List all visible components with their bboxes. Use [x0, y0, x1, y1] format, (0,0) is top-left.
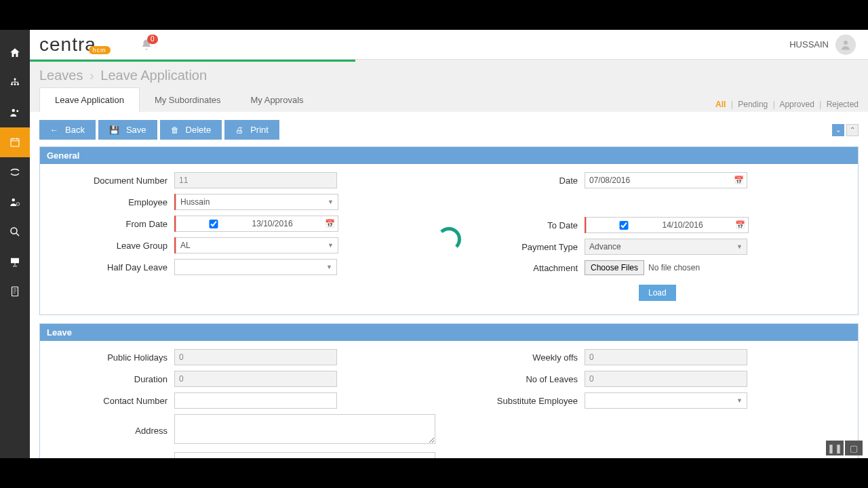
- employee-select[interactable]: Hussain▼: [176, 194, 338, 210]
- breadcrumb-root[interactable]: Leaves: [39, 68, 83, 83]
- leave-group-select[interactable]: AL▼: [176, 237, 338, 253]
- svg-rect-6: [11, 139, 19, 146]
- content-area: ←Back 💾Save 🗑Delete 🖨Print ⌄ ⌃ General D…: [39, 112, 859, 458]
- nav-leaves[interactable]: [0, 127, 30, 157]
- breadcrumb-page: Leave Application: [100, 68, 207, 83]
- public-holidays-input: [174, 349, 337, 365]
- to-date-label: To Date: [462, 220, 585, 230]
- back-button[interactable]: ←Back: [39, 120, 96, 140]
- payment-type-label: Payment Type: [462, 242, 585, 252]
- reason-textarea[interactable]: [174, 452, 435, 458]
- employee-label: Employee: [52, 197, 174, 207]
- logo-sub: hcm: [89, 46, 111, 54]
- arrow-left-icon: ←: [50, 125, 58, 135]
- from-date-input[interactable]: 📅: [176, 216, 338, 232]
- filter-pending[interactable]: Pending: [738, 100, 768, 109]
- weekly-offs-label: Weekly offs: [462, 352, 585, 363]
- contact-input[interactable]: [174, 392, 337, 409]
- calendar-icon[interactable]: 📅: [325, 219, 335, 228]
- trash-icon: 🗑: [171, 125, 179, 135]
- substitute-select[interactable]: ▼: [585, 392, 747, 409]
- caret-down-icon: ▼: [736, 397, 743, 404]
- tab-my-approvals[interactable]: My Approvals: [235, 88, 318, 112]
- no-of-leaves-label: No of Leaves: [462, 374, 585, 384]
- filter-approved[interactable]: Approved: [779, 100, 814, 109]
- nav-home[interactable]: [0, 38, 30, 68]
- caret-down-icon: ▼: [326, 264, 332, 270]
- pause-button[interactable]: ❚❚: [826, 441, 844, 455]
- public-holidays-label: Public Holidays: [52, 352, 174, 363]
- left-nav: [0, 30, 30, 458]
- substitute-label: Substitute Employee: [462, 396, 585, 406]
- user-icon: [840, 39, 852, 51]
- svg-point-0: [14, 78, 16, 80]
- tab-leave-application[interactable]: Leave Application: [39, 87, 140, 112]
- caret-down-icon: ▼: [328, 199, 334, 205]
- calendar-icon[interactable]: 📅: [735, 220, 745, 230]
- choose-files-button[interactable]: Choose Files: [585, 260, 644, 275]
- svg-point-9: [11, 228, 17, 234]
- logo: centra hcm: [35, 34, 115, 56]
- save-button[interactable]: 💾Save: [98, 120, 157, 140]
- half-day-label: Half Day Leave: [52, 262, 174, 272]
- svg-point-8: [16, 203, 20, 206]
- no-of-leaves-input: [585, 371, 747, 387]
- panel-leave: Leave Public Holidays Duration Contact N…: [39, 323, 859, 458]
- expand-button[interactable]: ⌄: [832, 124, 844, 136]
- caret-down-icon: ▼: [736, 243, 743, 250]
- loading-bar: [30, 60, 355, 62]
- date-input[interactable]: 📅: [585, 172, 747, 188]
- attachment-label: Attachment: [462, 263, 585, 273]
- notification-badge: 0: [147, 35, 158, 44]
- filter-all[interactable]: All: [715, 100, 726, 109]
- collapse-button[interactable]: ⌃: [846, 124, 859, 136]
- from-date-label: From Date: [52, 219, 174, 229]
- svg-point-12: [844, 41, 848, 45]
- loading-spinner-icon: [437, 227, 461, 251]
- contact-label: Contact Number: [52, 396, 174, 406]
- address-textarea[interactable]: [174, 414, 435, 444]
- nav-people[interactable]: [0, 98, 30, 127]
- to-date-checkbox[interactable]: [589, 221, 658, 230]
- load-button[interactable]: Load: [639, 285, 676, 301]
- save-icon: 💾: [109, 125, 119, 135]
- nav-swap[interactable]: [0, 157, 30, 187]
- nav-search[interactable]: [0, 217, 30, 247]
- half-day-select[interactable]: ▼: [174, 259, 337, 275]
- tabs: Leave Application My Subordinates My App…: [30, 87, 868, 112]
- print-icon: 🖨: [235, 125, 243, 135]
- svg-point-4: [12, 109, 16, 113]
- notifications-button[interactable]: 0: [140, 39, 153, 51]
- nav-user-settings[interactable]: [0, 187, 30, 217]
- panel-general: General Document Number Employee Hussain…: [39, 146, 859, 315]
- topbar: centra hcm 0 HUSSAIN: [30, 30, 868, 60]
- username: HUSSAIN: [789, 39, 829, 49]
- tab-my-subordinates[interactable]: My Subordinates: [140, 88, 236, 112]
- nav-org[interactable]: [0, 68, 30, 98]
- delete-button[interactable]: 🗑Delete: [160, 120, 222, 140]
- duration-input: [174, 371, 337, 387]
- date-label: Date: [462, 176, 585, 186]
- svg-point-1: [11, 83, 13, 85]
- from-date-checkbox[interactable]: [179, 220, 248, 228]
- svg-rect-10: [11, 258, 19, 264]
- svg-point-5: [16, 110, 18, 112]
- screen-share-button[interactable]: ▢: [845, 441, 863, 455]
- duration-label: Duration: [52, 374, 174, 384]
- nav-presentation[interactable]: [0, 247, 30, 277]
- avatar[interactable]: [835, 35, 856, 55]
- svg-rect-11: [12, 287, 18, 296]
- doc-number-label: Document Number: [52, 176, 174, 186]
- payment-type-select[interactable]: Advance▼: [585, 239, 747, 255]
- calendar-icon[interactable]: 📅: [734, 176, 744, 185]
- filter-rejected[interactable]: Rejected: [827, 100, 859, 109]
- svg-point-3: [17, 83, 19, 85]
- caret-down-icon: ▼: [328, 242, 334, 249]
- print-button[interactable]: 🖨Print: [224, 120, 279, 140]
- svg-point-7: [12, 199, 16, 202]
- breadcrumb: Leaves › Leave Application: [30, 60, 868, 87]
- panel-leave-header: Leave: [40, 324, 858, 341]
- nav-document[interactable]: [0, 277, 30, 306]
- no-file-label: No file chosen: [648, 263, 700, 272]
- to-date-input[interactable]: 📅: [586, 217, 749, 233]
